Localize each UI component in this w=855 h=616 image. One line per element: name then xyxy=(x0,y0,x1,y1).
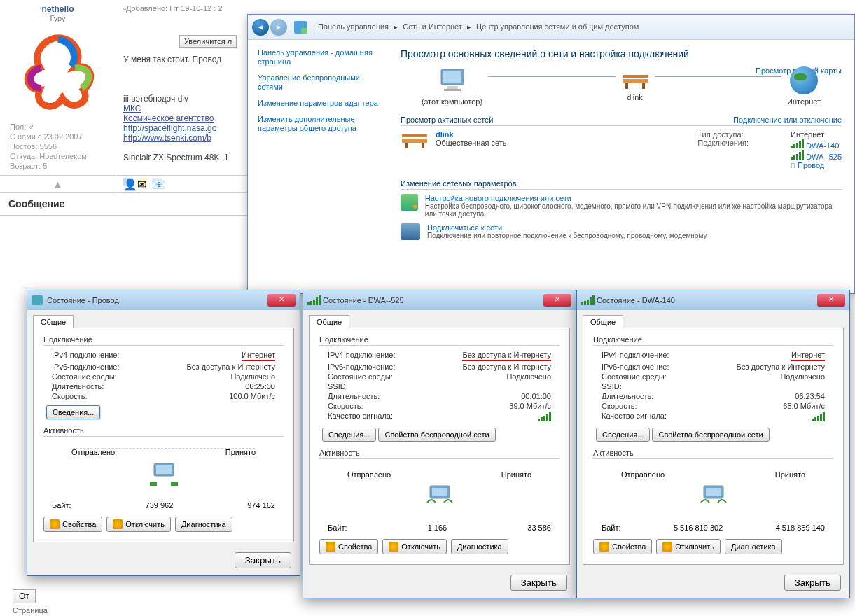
speed-label: Скорость: xyxy=(52,392,88,400)
age-value: 5 xyxy=(43,162,47,170)
pm-icon[interactable]: ✉ xyxy=(137,178,147,186)
gender-label: Пол: xyxy=(10,122,26,131)
conn-link-dwa525[interactable]: DWA--525 xyxy=(791,150,842,161)
sent-label: Отправлено xyxy=(347,470,391,479)
speed-value: 65.0 Мбит/с xyxy=(783,402,825,410)
duration-value: 06:25:00 xyxy=(245,382,275,391)
wireless-props-button[interactable]: Свойства беспроводной сети xyxy=(652,428,769,442)
signature-spectrum: Sinclair ZX Spectrum 48K. 1 xyxy=(123,153,229,162)
plug-icon xyxy=(32,295,43,305)
disconnect-button[interactable]: Отключить xyxy=(656,539,721,554)
email-icon[interactable]: 📧 xyxy=(152,178,162,186)
back-button[interactable]: ◄ xyxy=(252,19,269,36)
wifi-icon xyxy=(581,295,592,305)
sidebar-wireless[interactable]: Управление беспроводными сетями xyxy=(258,74,378,92)
conn-link-dwa140[interactable]: DWA-140 xyxy=(791,139,842,150)
sidebar-adapter[interactable]: Изменение параметров адаптера xyxy=(258,99,378,108)
disconnect-button[interactable]: Отключить xyxy=(382,539,447,554)
svg-rect-2 xyxy=(447,86,458,89)
media-label: Состояние среды: xyxy=(328,372,393,381)
reply-button[interactable]: От xyxy=(13,589,36,603)
ipv6-label: IPv6-подключение: xyxy=(52,363,120,371)
sidebar: Панель управления - домашняя страница Уп… xyxy=(248,40,388,293)
close-icon[interactable]: ✕ xyxy=(543,294,571,307)
profile-icon[interactable]: 👤 xyxy=(123,178,133,186)
crumb-sharing-center[interactable]: Центр управления сетями и общим доступом xyxy=(476,22,639,31)
close-icon[interactable]: ✕ xyxy=(817,294,845,307)
new-connection-link[interactable]: Настройка нового подключения или сети xyxy=(425,194,842,202)
signal-label: Качество сигнала: xyxy=(602,412,667,423)
sent-value: 739 962 xyxy=(146,501,174,510)
speed-label: Скорость: xyxy=(602,402,637,410)
ipv6-label: IPv6-подключение: xyxy=(602,363,669,371)
forward-button[interactable]: ► xyxy=(270,19,287,36)
sent-value: 1 166 xyxy=(428,524,447,532)
connect-network-link[interactable]: Подключиться к сети xyxy=(427,223,707,232)
details-button[interactable]: Сведения... xyxy=(46,405,100,419)
sidebar-sharing[interactable]: Изменить дополнительные параметры общего… xyxy=(258,115,378,133)
link-mks[interactable]: МКС xyxy=(123,104,141,113)
username[interactable]: nethello xyxy=(41,4,74,14)
properties-button[interactable]: Свойства xyxy=(593,539,652,554)
ipv6-value: Без доступа к Интернету xyxy=(462,363,551,371)
activity-icon xyxy=(697,483,730,511)
link-tsenki[interactable]: http://www.tsenki.com/b xyxy=(123,133,211,143)
connect-disconnect-link[interactable]: Подключение или отключение xyxy=(733,115,842,124)
node-internet-label: Интернет xyxy=(787,97,821,106)
diagnostics-button[interactable]: Диагностика xyxy=(725,539,782,554)
shield-icon xyxy=(662,542,672,552)
recv-value: 974 162 xyxy=(247,501,275,510)
tab-general[interactable]: Общие xyxy=(309,315,349,328)
close-icon[interactable]: ✕ xyxy=(267,294,296,307)
link-nasa[interactable]: http://spaceflight.nasa.gо xyxy=(123,123,216,133)
sent-label: Отправлено xyxy=(621,470,665,479)
netcenter-main: Просмотр основных сведений о сети и наст… xyxy=(388,40,854,293)
conn-link-wire[interactable]: ⎍ Провод xyxy=(791,161,842,169)
duration-label: Длительность: xyxy=(328,392,380,400)
section-activity: Активность xyxy=(43,426,284,437)
status-dialog-wire: Состояние - Провод ✕ Общие Подключение I… xyxy=(27,290,300,576)
diagnostics-button[interactable]: Диагностика xyxy=(451,539,508,554)
connect-network-desc: Подключение или повторное подключение к … xyxy=(427,232,707,239)
breadcrumb[interactable]: Панель управления ▸ Сеть и Интернет ▸ Це… xyxy=(315,22,641,31)
speed-value: 39.0 Мбит/с xyxy=(509,402,551,410)
bench-icon xyxy=(401,130,429,150)
recv-value: 33 586 xyxy=(527,524,551,532)
tab-general[interactable]: Общие xyxy=(583,315,623,328)
scroll-top-icon[interactable]: ▲ xyxy=(0,176,116,192)
recv-value: 4 518 859 140 xyxy=(776,524,825,532)
svg-rect-1 xyxy=(443,71,461,83)
dialog-title: Состояние - Провод xyxy=(47,296,119,304)
disconnect-button[interactable]: Отключить xyxy=(106,517,171,532)
shield-icon xyxy=(389,542,398,552)
active-network-name[interactable]: dlink xyxy=(436,130,454,139)
joined-value: 23.02.2007 xyxy=(44,132,83,141)
signal-label: Качество сигнала: xyxy=(328,412,393,423)
sidebar-home[interactable]: Панель управления - домашняя страница xyxy=(258,48,378,66)
zoom-button[interactable]: Увеличится л xyxy=(179,35,237,48)
ipv6-value: Без доступа к Интернету xyxy=(736,363,825,371)
post-date: Пт 19-10-12 : 2 xyxy=(169,4,222,13)
link-cosmo[interactable]: Космическое агентство xyxy=(123,113,214,123)
ssid-label: SSID: xyxy=(602,382,622,391)
bytes-label: Байт: xyxy=(602,524,621,532)
wireless-props-button[interactable]: Свойства беспроводной сети xyxy=(378,428,495,442)
close-button[interactable]: Закрыть xyxy=(510,575,567,591)
diagnostics-button[interactable]: Диагностика xyxy=(175,517,232,532)
close-button[interactable]: Закрыть xyxy=(784,575,841,591)
svg-rect-14 xyxy=(150,482,157,486)
crumb-network[interactable]: Сеть и Интернет xyxy=(403,22,462,31)
tab-general[interactable]: Общие xyxy=(33,315,74,328)
properties-button[interactable]: Свойства xyxy=(43,517,102,532)
crumb-control-panel[interactable]: Панель управления xyxy=(318,22,389,31)
speed-value: 100.0 Мбит/с xyxy=(229,392,275,400)
svg-rect-10 xyxy=(405,143,408,148)
close-button[interactable]: Закрыть xyxy=(235,552,291,568)
details-button[interactable]: Сведения... xyxy=(322,428,376,442)
details-button[interactable]: Сведения... xyxy=(596,428,650,442)
svg-rect-17 xyxy=(432,488,447,496)
bytes-label: Байт: xyxy=(52,501,71,510)
posts-label: Постов: xyxy=(10,142,37,150)
properties-button[interactable]: Свойства xyxy=(319,539,378,554)
computer-icon xyxy=(436,66,469,94)
